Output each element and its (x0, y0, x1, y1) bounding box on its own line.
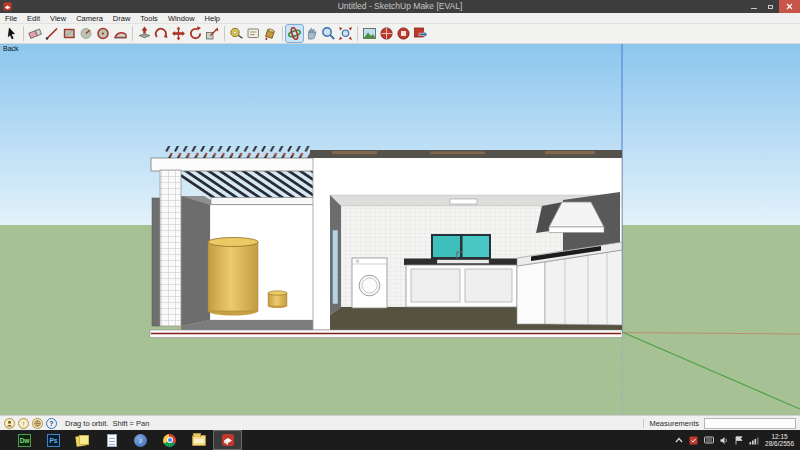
show-hidden-icons-chevron[interactable] (675, 437, 683, 443)
rectangle-tool-button[interactable] (61, 25, 78, 42)
taskbar-chrome[interactable] (155, 430, 184, 450)
tiled-column (160, 170, 181, 326)
taskbar-photoshop[interactable]: Ps (39, 430, 68, 450)
toolbar-separator (357, 26, 358, 41)
tray-time: 12:15 (765, 433, 794, 441)
share-model-button[interactable] (378, 25, 395, 42)
claim-credit-icon[interactable]: ↑ (18, 418, 29, 429)
toolbar-separator (224, 26, 225, 41)
circle-tool-button[interactable] (78, 25, 95, 42)
text-tool-button[interactable] (245, 25, 262, 42)
text-icon (245, 25, 262, 42)
scale-tool-button[interactable] (204, 25, 221, 42)
credits-icon[interactable] (4, 418, 15, 429)
menu-tools[interactable]: Tools (140, 14, 158, 23)
menu-edit[interactable]: Edit (27, 14, 40, 23)
status-hint: Drag to orbit. Shift = Pan (65, 419, 149, 428)
court-floor (181, 320, 326, 330)
antivirus-tray-icon[interactable] (689, 436, 698, 445)
zoom-tool-button[interactable] (320, 25, 337, 42)
eraser-tool-button[interactable] (27, 25, 44, 42)
action-center-flag-icon[interactable] (735, 436, 743, 445)
close-icon (786, 3, 793, 10)
taskbar-notepad[interactable] (97, 430, 126, 450)
arc-tool-button[interactable] (112, 25, 129, 42)
zoom-icon (320, 25, 337, 42)
line-tool-button[interactable] (44, 25, 61, 42)
taskbar-itunes[interactable]: ♪ (126, 430, 155, 450)
taskbar: Dw Ps ♪ (0, 430, 800, 450)
orbit-icon (286, 25, 303, 42)
send-to-layout-button[interactable] (412, 25, 429, 42)
menu-camera[interactable]: Camera (76, 14, 103, 23)
push-pull-icon (136, 25, 153, 42)
menu-view[interactable]: View (50, 14, 66, 23)
menu-draw[interactable]: Draw (113, 14, 131, 23)
network-icon[interactable] (749, 436, 759, 445)
washing-machine (352, 258, 387, 308)
move-tool-button[interactable] (170, 25, 187, 42)
share-component-icon (395, 25, 412, 42)
follow-me-tool-button[interactable] (153, 25, 170, 42)
menu-file[interactable]: File (5, 14, 17, 23)
model-viewport[interactable]: Back (0, 44, 800, 415)
arc-icon (112, 25, 129, 42)
close-button[interactable] (779, 0, 800, 13)
menu-window[interactable]: Window (168, 14, 195, 23)
zoom-extents-tool-button[interactable] (337, 25, 354, 42)
toolbar-separator (282, 26, 283, 41)
help-icon[interactable]: ? (46, 418, 57, 429)
window-title: Untitled - SketchUp Make [EVAL] (0, 0, 800, 13)
line-icon (44, 25, 61, 42)
kitchen-roof-edge (310, 150, 622, 158)
restore-button[interactable] (762, 0, 779, 13)
pergola-slat-tips (164, 146, 312, 158)
rotate-tool-button[interactable] (187, 25, 204, 42)
polygon-tool-button[interactable] (95, 25, 112, 42)
follow-me-icon (153, 25, 170, 42)
scale-icon (204, 25, 221, 42)
get-models-button[interactable] (361, 25, 378, 42)
share-component-button[interactable] (395, 25, 412, 42)
titlebar: Untitled - SketchUp Make [EVAL] (0, 0, 800, 13)
volume-icon[interactable] (720, 436, 729, 445)
taskbar-dreamweaver[interactable]: Dw (10, 430, 39, 450)
send-to-layout-icon (412, 25, 429, 42)
paint-bucket-tool-button[interactable] (262, 25, 279, 42)
circle-icon (78, 25, 95, 42)
chrome-icon (163, 434, 176, 447)
person-icon (6, 420, 13, 427)
polygon-icon (95, 25, 112, 42)
sketchup-window: Untitled - SketchUp Make [EVAL] File Edi… (0, 0, 800, 450)
sticky-notes-icon (76, 434, 89, 447)
touch-keyboard-icon[interactable] (704, 436, 714, 444)
measurements-input[interactable] (704, 418, 796, 429)
tray-clock[interactable]: 12:15 28/6/2556 (765, 433, 794, 448)
taskbar-sketchup[interactable] (213, 430, 242, 450)
statusbar-separator (643, 419, 644, 428)
photoshop-icon: Ps (47, 434, 60, 447)
court-left-wall (181, 196, 210, 326)
share-model-icon (378, 25, 395, 42)
kitchen-window (431, 234, 491, 259)
ceiling-light (450, 199, 477, 204)
water-tank-large (208, 238, 258, 316)
taskbar-file-explorer[interactable] (184, 430, 213, 450)
range-hood (536, 202, 604, 233)
select-tool-button[interactable] (3, 25, 20, 42)
taskbar-sticky-notes[interactable] (68, 430, 97, 450)
tray-date: 28/6/2556 (765, 440, 794, 448)
sink-counter (404, 252, 519, 307)
push-pull-tool-button[interactable] (136, 25, 153, 42)
orbit-tool-button[interactable] (286, 25, 303, 42)
model-left-court (151, 146, 328, 330)
select-icon (3, 25, 20, 42)
pan-tool-button[interactable] (303, 25, 320, 42)
minimize-button[interactable] (745, 0, 762, 13)
menu-help[interactable]: Help (205, 14, 220, 23)
toolbar (0, 24, 800, 44)
scene-tab-back[interactable]: Back (3, 45, 19, 52)
toolbar-separator (23, 26, 24, 41)
tape-measure-tool-button[interactable] (228, 25, 245, 42)
geolocation-icon[interactable] (32, 418, 43, 429)
